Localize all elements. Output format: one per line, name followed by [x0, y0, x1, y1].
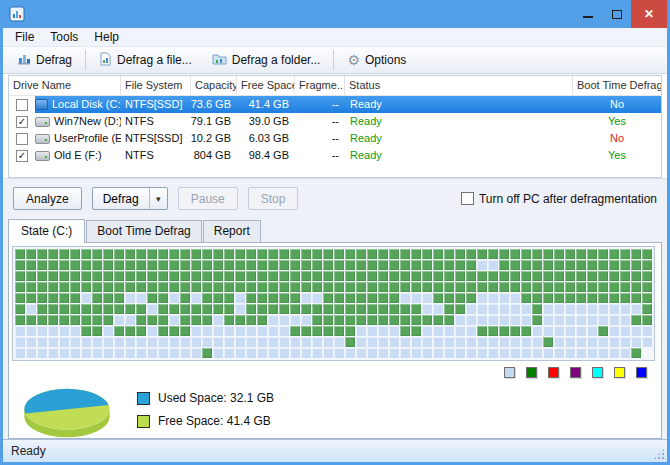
- column-header-status[interactable]: Status: [345, 76, 573, 95]
- drive-icon: [35, 151, 50, 161]
- free-block: [235, 293, 245, 303]
- used-block: [136, 271, 146, 281]
- free-block: [433, 348, 443, 358]
- fragmentation-cell: --: [295, 147, 345, 164]
- used-block: [114, 304, 124, 314]
- free-block: [301, 315, 311, 325]
- stop-button[interactable]: Stop: [248, 187, 299, 210]
- used-block: [37, 293, 47, 303]
- used-block: [521, 271, 531, 281]
- used-block: [202, 315, 212, 325]
- used-block: [246, 249, 256, 259]
- tab-report[interactable]: Report: [203, 220, 261, 242]
- used-block: [213, 249, 223, 259]
- used-block: [180, 249, 190, 259]
- used-block: [400, 315, 410, 325]
- free-block: [620, 348, 630, 358]
- column-header-fragmentation[interactable]: Fragme...: [295, 76, 345, 95]
- used-block: [59, 271, 69, 281]
- free-block: [565, 326, 575, 336]
- column-header-free-space[interactable]: Free Space: [237, 76, 295, 95]
- pie-legend: Used Space: 32.1 GB Free Space: 41.4 GB: [137, 391, 274, 428]
- free-space-swatch: [137, 415, 150, 428]
- used-block: [411, 304, 421, 314]
- defrag-button[interactable]: Defrag: [93, 188, 150, 209]
- used-block: [114, 282, 124, 292]
- used-block: [202, 282, 212, 292]
- free-block: [158, 348, 168, 358]
- close-button[interactable]: ✕: [631, 0, 667, 28]
- used-block: [59, 315, 69, 325]
- fragmentation-cell: --: [295, 113, 345, 130]
- used-block: [433, 271, 443, 281]
- free-block: [543, 315, 553, 325]
- menu-help[interactable]: Help: [86, 29, 127, 45]
- used-block: [180, 271, 190, 281]
- used-block: [136, 282, 146, 292]
- drive-checkbox[interactable]: [16, 99, 28, 111]
- free-block: [543, 348, 553, 358]
- options-button[interactable]: ⚙ Options: [337, 49, 416, 72]
- used-block: [598, 260, 608, 270]
- free-block: [433, 304, 443, 314]
- turn-off-checkbox[interactable]: [461, 192, 474, 205]
- free-block: [169, 315, 179, 325]
- toolbar: Defrag Defrag a file... Defrag a folder.…: [3, 47, 667, 74]
- defrag-toolbar-button[interactable]: Defrag: [7, 49, 82, 72]
- drive-checkbox[interactable]: [16, 133, 28, 145]
- used-block: [477, 282, 487, 292]
- table-row[interactable]: ✓Win7New (D:)NTFS79.1 GB39.0 GB--ReadyYe…: [9, 113, 661, 130]
- app-window: ✕ File Tools Help Defrag Defrag a file..…: [0, 0, 670, 465]
- menu-tools[interactable]: Tools: [42, 29, 86, 45]
- used-block: [180, 304, 190, 314]
- column-header-file-system[interactable]: File System: [121, 76, 191, 95]
- free-block: [499, 337, 509, 347]
- drive-checkbox[interactable]: ✓: [16, 116, 28, 128]
- free-block: [466, 348, 476, 358]
- used-block: [301, 249, 311, 259]
- used-block: [389, 249, 399, 259]
- free-block: [422, 337, 432, 347]
- used-block: [257, 293, 267, 303]
- free-block: [114, 337, 124, 347]
- used-block: [345, 271, 355, 281]
- used-block: [543, 293, 553, 303]
- resize-grip[interactable]: [653, 448, 665, 460]
- used-block: [389, 260, 399, 270]
- column-header-boot-time-defrag[interactable]: Boot Time Defrag: [573, 76, 661, 95]
- free-block: [543, 326, 553, 336]
- table-row[interactable]: UserProfile (E:)NTFS[SSD]10.2 GB6.03 GB-…: [9, 130, 661, 147]
- free-block: [620, 315, 630, 325]
- defrag-dropdown-button[interactable]: ▾: [150, 188, 167, 209]
- status-cell: Ready: [345, 147, 573, 164]
- drive-checkbox[interactable]: ✓: [16, 150, 28, 162]
- used-block: [554, 282, 564, 292]
- free-block: [488, 348, 498, 358]
- table-row[interactable]: ✓Old E (F:)NTFS804 GB98.4 GB--ReadyYes: [9, 147, 661, 164]
- column-header-capacity[interactable]: Capacity: [191, 76, 237, 95]
- used-block: [400, 260, 410, 270]
- used-block: [466, 271, 476, 281]
- column-header-drive-name[interactable]: Drive Name: [9, 76, 121, 95]
- pause-button[interactable]: Pause: [178, 187, 238, 210]
- used-block: [268, 293, 278, 303]
- used-block: [334, 304, 344, 314]
- defrag-file-button[interactable]: Defrag a file...: [89, 49, 202, 72]
- tab-state[interactable]: State (C:): [8, 219, 85, 243]
- tab-boot-time-defrag[interactable]: Boot Time Defrag: [86, 220, 201, 242]
- free-block: [631, 326, 641, 336]
- used-block: [521, 293, 531, 303]
- minimize-button[interactable]: [573, 0, 602, 28]
- used-block: [642, 249, 652, 259]
- analyze-button[interactable]: Analyze: [13, 187, 82, 210]
- used-block: [532, 315, 542, 325]
- used-block: [389, 315, 399, 325]
- free-block: [81, 348, 91, 358]
- maximize-button[interactable]: [602, 0, 631, 28]
- used-block: [455, 260, 465, 270]
- defrag-folder-button[interactable]: Defrag a folder...: [202, 49, 331, 72]
- table-row[interactable]: Local Disk (C:)NTFS[SSD]73.6 GB41.4 GB--…: [9, 96, 661, 113]
- used-block: [422, 249, 432, 259]
- menu-file[interactable]: File: [7, 29, 42, 45]
- used-block: [510, 249, 520, 259]
